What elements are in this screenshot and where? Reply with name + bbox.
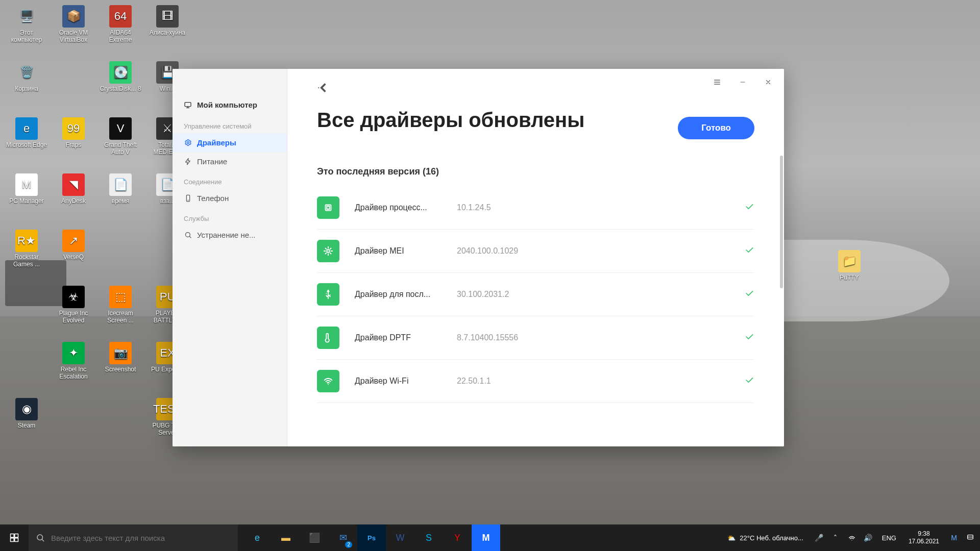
sidebar-section-title: Соединение — [173, 171, 287, 189]
driver-version: 2040.100.0.1029 — [457, 246, 518, 256]
bolt-icon — [184, 158, 192, 166]
desktop-icon[interactable]: 📦Oracle VM VirtualBox — [51, 5, 96, 43]
taskbar-search[interactable] — [29, 524, 238, 551]
sidebar-item[interactable]: Телефон — [173, 189, 287, 208]
gear-icon — [184, 139, 192, 147]
desktop-icon-label: Корзина — [4, 85, 49, 92]
driver-version: 10.1.24.5 — [457, 203, 491, 212]
sidebar-header-label: Мой компьютер — [197, 101, 257, 109]
desktop-icon[interactable]: 📄время — [98, 173, 143, 205]
desktop-icon-label: PC Manager — [4, 197, 49, 205]
svg-rect-5 — [327, 206, 330, 209]
desktop-icon-glyph: 99 — [62, 117, 85, 140]
cpu-icon — [317, 196, 339, 219]
desktop-icon-glyph: 🎞 — [156, 5, 179, 28]
driver-name: Драйвер для посл... — [355, 290, 457, 299]
desktop-icon[interactable]: ↗VerseQ — [51, 230, 96, 261]
minimize-button[interactable] — [731, 74, 754, 90]
sidebar-item[interactable]: Драйверы — [173, 133, 287, 152]
desktop-icon-label: Plague Inc Evolved — [51, 310, 96, 324]
desktop-icon-glyph: ✦ — [62, 342, 85, 364]
desktop-icon[interactable]: 64AIDA64 Extreme — [98, 5, 143, 43]
tray-chevron-up-icon[interactable]: ˄ — [829, 524, 842, 551]
tray-pcmanager-icon[interactable]: M — [947, 524, 961, 551]
desktop-icon-glyph: ◉ — [15, 398, 38, 420]
list-subtitle: Это последняя версия (16) — [317, 166, 754, 177]
clock-time: 9:38 — [909, 530, 939, 538]
desktop-icon[interactable]: 🖥️Этот компьютер — [4, 5, 49, 43]
driver-row[interactable]: Драйвер Wi-Fi 22.50.1.1 — [317, 360, 754, 403]
svg-rect-8 — [15, 534, 18, 538]
thermo-icon — [317, 327, 339, 349]
tray-notifications-icon[interactable] — [964, 524, 977, 551]
scrollbar[interactable] — [780, 156, 783, 411]
weather-icon: ⛅ — [727, 534, 736, 542]
check-icon — [744, 245, 754, 258]
driver-row[interactable]: Драйвер MEI 2040.100.0.1029 — [317, 230, 754, 273]
taskbar-app-yandex[interactable]: Y — [443, 524, 472, 551]
desktop-icon[interactable]: ◉Steam — [4, 398, 49, 429]
check-icon — [744, 332, 754, 344]
desktop-icon-glyph: 🖥️ — [15, 5, 38, 28]
taskbar-app-edge[interactable]: e — [243, 524, 272, 551]
desktop-icon[interactable]: VGrand Theft Auto V — [98, 117, 143, 156]
taskbar-app-explorer[interactable]: ▬ — [272, 524, 300, 551]
desktop-icon[interactable]: 📷Screenshot — [98, 342, 143, 373]
sidebar-header[interactable]: Мой компьютер — [173, 94, 287, 115]
desktop-icon[interactable]: eMicrosoft Edge — [4, 117, 49, 148]
svg-rect-0 — [185, 102, 191, 106]
desktop-icon-glyph: ☣ — [62, 286, 85, 308]
driver-row[interactable]: Драйвер процесс... 10.1.24.5 — [317, 186, 754, 230]
menu-button[interactable] — [705, 74, 729, 90]
start-button[interactable] — [0, 524, 29, 551]
desktop-icon[interactable]: ◥AnyDesk — [51, 173, 96, 205]
taskbar-app-word[interactable]: W — [386, 524, 414, 551]
sidebar-item-label: Телефон — [197, 194, 229, 203]
done-button[interactable]: Готово — [678, 117, 754, 139]
taskbar-app-pcmanager[interactable]: M — [472, 524, 500, 551]
driver-name: Драйвер процесс... — [355, 203, 457, 212]
driver-row[interactable]: Драйвер для посл... 30.100.2031.2 — [317, 273, 754, 316]
taskbar-app-store[interactable]: ⬛ — [300, 524, 329, 551]
taskbar-clock[interactable]: 9:38 17.06.2021 — [903, 530, 944, 545]
search-icon — [184, 231, 192, 239]
desktop-icon[interactable]: ⬚Icecream Screen ... — [98, 286, 143, 324]
sidebar-item-label: Питание — [197, 157, 227, 166]
desktop-icon[interactable]: 💽CrystalDisk... 8 — [98, 61, 143, 92]
desktop-icon[interactable]: MPC Manager — [4, 173, 49, 205]
svg-point-1 — [187, 142, 189, 144]
svg-point-11 — [37, 535, 43, 540]
usb-icon — [317, 283, 339, 306]
desktop-icon-label: Oracle VM VirtualBox — [51, 29, 96, 43]
search-input[interactable] — [51, 534, 231, 542]
taskbar-language[interactable]: ENG — [878, 534, 900, 542]
svg-rect-7 — [11, 534, 14, 538]
desktop-icon[interactable]: 🎞Алиса-хуйна — [145, 5, 190, 36]
desktop-icon[interactable]: R★Rockstar Games ... — [4, 230, 49, 268]
desktop-icon[interactable]: ✦Rebel Inc Escalation — [51, 342, 96, 380]
monitor-icon — [184, 101, 192, 109]
main-panel: Все драйверы обновлены Готово Это послед… — [287, 69, 784, 446]
sidebar-item[interactable]: Устранение не... — [173, 226, 287, 244]
desktop-icon[interactable]: 99Fraps — [51, 117, 96, 148]
driver-row[interactable]: Драйвер DPTF 8.7.10400.15556 — [317, 316, 754, 360]
sidebar-item[interactable]: Питание — [173, 152, 287, 171]
taskbar-app-skype[interactable]: S — [414, 524, 443, 551]
desktop-icon-label: Rockstar Games ... — [4, 254, 49, 268]
tray-mic-icon[interactable]: 🎤 — [813, 524, 826, 551]
tray-volume-icon[interactable]: 🔊 — [862, 524, 875, 551]
taskbar-app-photoshop[interactable]: Ps — [357, 524, 386, 551]
tray-wifi-icon[interactable] — [845, 524, 859, 551]
desktop-icon[interactable]: 📁PuTTY — [827, 250, 872, 281]
taskbar-weather[interactable]: ⛅ 22°C Неб. облачно... — [721, 534, 809, 542]
desktop-icon[interactable]: 🗑️Корзина — [4, 61, 49, 92]
svg-point-6 — [327, 249, 330, 253]
desktop-icon-label: Grand Theft Auto V — [98, 141, 143, 156]
sidebar-item-label: Устранение не... — [197, 231, 256, 239]
back-button[interactable] — [317, 81, 331, 95]
desktop-icon-label: Steam — [4, 422, 49, 429]
sidebar: Мой компьютер Управление системойДрайвер… — [173, 69, 287, 446]
taskbar-app-mail[interactable]: ✉2 — [329, 524, 357, 551]
close-button[interactable] — [756, 74, 780, 90]
desktop-icon[interactable]: ☣Plague Inc Evolved — [51, 286, 96, 324]
